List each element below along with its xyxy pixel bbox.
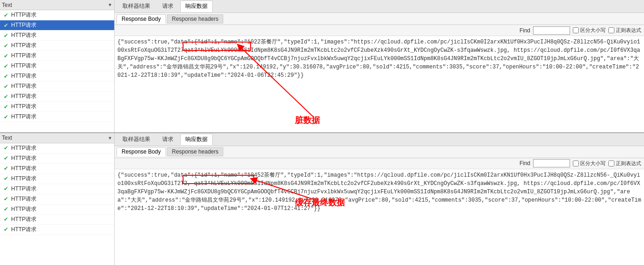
find-toolbar-2: Find 区分大小写 正则表达式 <box>115 158 644 169</box>
find-input-2[interactable] <box>533 159 570 167</box>
regex-checkbox-1[interactable] <box>608 27 614 33</box>
tabs-bar-1: 取样器结果请求响应数据 <box>115 0 644 13</box>
item-label: HTTP请求 <box>11 226 37 234</box>
item-label: HTTP请求 <box>11 31 37 39</box>
sidebar-1: Text ▼ ✔HTTP请求✔HTTP请求✔HTTP请求✔HTTP请求✔HTTP… <box>0 0 115 132</box>
sidebar-dropdown-icon-2[interactable]: ▼ <box>108 136 112 141</box>
list-item[interactable]: ✔HTTP请求 <box>0 215 114 225</box>
sidebar-list-2: ✔HTTP请求✔HTTP请求✔HTTP请求✔HTTP请求✔HTTP请求✔HTTP… <box>0 143 114 265</box>
body-content-1[interactable]: {"success":true,"data":{"id":1,"name":"1… <box>115 36 644 132</box>
list-item[interactable]: ✔HTTP请求 <box>0 194 114 204</box>
check-icon: ✔ <box>3 175 9 182</box>
check-icon: ✔ <box>3 93 9 100</box>
item-label: HTTP请求 <box>11 52 37 60</box>
tab-取样器结果[interactable]: 取样器结果 <box>117 134 155 145</box>
list-item[interactable]: ✔HTTP请求 <box>0 204 114 215</box>
check-icon: ✔ <box>3 145 9 151</box>
content-area-1: 取样器结果请求响应数据 Response BodyResponse header… <box>115 0 644 132</box>
list-item[interactable]: ✔HTTP请求 <box>0 61 114 71</box>
item-label: HTTP请求 <box>11 92 37 100</box>
list-item[interactable]: ✔HTTP请求 <box>0 225 114 235</box>
case-sensitive-label-2: 区分大小写 <box>580 160 606 167</box>
item-label: HTTP请求 <box>11 185 37 193</box>
list-item[interactable]: ✔HTTP请求 <box>0 174 114 184</box>
check-icon: ✔ <box>3 165 9 172</box>
check-icon: ✔ <box>3 114 9 120</box>
check-icon: ✔ <box>3 22 9 29</box>
find-toolbar-1: Find 区分大小写 正则表达式 <box>115 25 644 36</box>
sidebar-2: Text ▼ ✔HTTP请求✔HTTP请求✔HTTP请求✔HTTP请求✔HTTP… <box>0 133 115 265</box>
list-item[interactable]: ✔HTTP请求 <box>0 51 114 61</box>
list-item[interactable]: ✔HTTP请求 <box>0 164 114 174</box>
body-content-2[interactable]: {"success":true,"data":{"id":1,"name":"1… <box>115 169 644 265</box>
check-icon: ✔ <box>3 83 9 90</box>
sub-tab-Response-Body[interactable]: Response Body <box>117 14 166 24</box>
check-icon: ✔ <box>3 155 9 161</box>
check-icon: ✔ <box>3 53 9 59</box>
item-label: HTTP请求 <box>11 195 37 203</box>
find-input-1[interactable] <box>533 26 570 35</box>
item-label: HTTP请求 <box>11 72 37 80</box>
item-label: HTTP请求 <box>11 216 37 223</box>
list-item[interactable]: ✔HTTP请求 <box>0 31 114 41</box>
check-icon: ✔ <box>3 63 9 69</box>
list-item[interactable]: ✔HTTP请求 <box>0 10 114 20</box>
list-item[interactable]: ✔HTTP请求 <box>0 41 114 51</box>
check-icon: ✔ <box>3 104 9 110</box>
item-label: HTTP请求 <box>11 82 37 90</box>
tabs-bar-2: 取样器结果请求响应数据 <box>115 133 644 146</box>
sub-tab-Response-headers[interactable]: Response headers <box>167 147 224 156</box>
content-area-2: 取样器结果请求响应数据 Response BodyResponse header… <box>115 133 644 265</box>
regex-checkbox-2[interactable] <box>608 160 614 166</box>
item-label: HTTP请求 <box>11 11 37 19</box>
item-label: HTTP请求 <box>11 205 37 213</box>
case-sensitive-label-1: 区分大小写 <box>580 27 606 34</box>
checkbox-group-1: 区分大小写 <box>573 27 606 34</box>
sub-tab-Response-Body[interactable]: Response Body <box>117 147 166 156</box>
sub-tabs-bar-2: Response BodyResponse headers <box>115 146 644 158</box>
find-label-2: Find <box>520 160 530 166</box>
item-label: HTTP请求 <box>11 154 37 162</box>
list-item[interactable]: ✔HTTP请求 <box>0 81 114 92</box>
list-item[interactable]: ✔HTTP请求 <box>0 20 114 31</box>
tab-请求[interactable]: 请求 <box>157 134 178 145</box>
sidebar-header-1: Text ▼ <box>0 0 114 10</box>
list-item[interactable]: ✔HTTP请求 <box>0 154 114 164</box>
sub-tabs-bar-1: Response BodyResponse headers <box>115 13 644 25</box>
list-item[interactable]: ✔HTTP请求 <box>0 184 114 194</box>
list-item[interactable]: ✔HTTP请求 <box>0 112 114 122</box>
check-icon: ✔ <box>3 216 9 222</box>
find-label-1: Find <box>520 27 530 34</box>
sidebar-list-1: ✔HTTP请求✔HTTP请求✔HTTP请求✔HTTP请求✔HTTP请求✔HTTP… <box>0 10 114 132</box>
case-sensitive-checkbox-2[interactable] <box>573 160 579 166</box>
case-sensitive-checkbox-1[interactable] <box>573 27 579 33</box>
list-item[interactable]: ✔HTTP请求 <box>0 143 114 154</box>
check-icon: ✔ <box>3 43 9 49</box>
checkbox-group-2: 区分大小写 <box>573 160 606 167</box>
tab-取样器结果[interactable]: 取样器结果 <box>117 0 155 12</box>
tab-响应数据[interactable]: 响应数据 <box>180 134 213 145</box>
list-item[interactable]: ✔HTTP请求 <box>0 92 114 102</box>
check-icon: ✔ <box>3 73 9 80</box>
regex-checkbox-group-2: 正则表达式 <box>608 160 641 167</box>
tab-响应数据[interactable]: 响应数据 <box>180 0 213 12</box>
item-label: HTTP请求 <box>11 144 37 152</box>
check-icon: ✔ <box>3 226 9 233</box>
list-item[interactable]: ✔HTTP请求 <box>0 71 114 81</box>
item-label: HTTP请求 <box>11 113 37 121</box>
sidebar-header-text-1: Text <box>2 2 108 8</box>
check-icon: ✔ <box>3 196 9 202</box>
tab-请求[interactable]: 请求 <box>157 0 178 12</box>
item-label: HTTP请求 <box>11 175 37 183</box>
annotation-wrapper-2: {"success":true,"data":{"id":1,"name":"1… <box>115 169 644 265</box>
item-label: HTTP请求 <box>11 165 37 173</box>
item-label: HTTP请求 <box>11 103 37 111</box>
sidebar-dropdown-icon-1[interactable]: ▼ <box>108 2 112 7</box>
annotation-wrapper-1: {"success":true,"data":{"id":1,"name":"1… <box>115 36 644 132</box>
sub-tab-Response-headers[interactable]: Response headers <box>167 14 224 24</box>
pane-2: Text ▼ ✔HTTP请求✔HTTP请求✔HTTP请求✔HTTP请求✔HTTP… <box>0 133 644 265</box>
item-label: HTTP请求 <box>11 42 37 49</box>
regex-checkbox-group-1: 正则表达式 <box>608 27 641 34</box>
check-icon: ✔ <box>3 185 9 192</box>
list-item[interactable]: ✔HTTP请求 <box>0 102 114 112</box>
